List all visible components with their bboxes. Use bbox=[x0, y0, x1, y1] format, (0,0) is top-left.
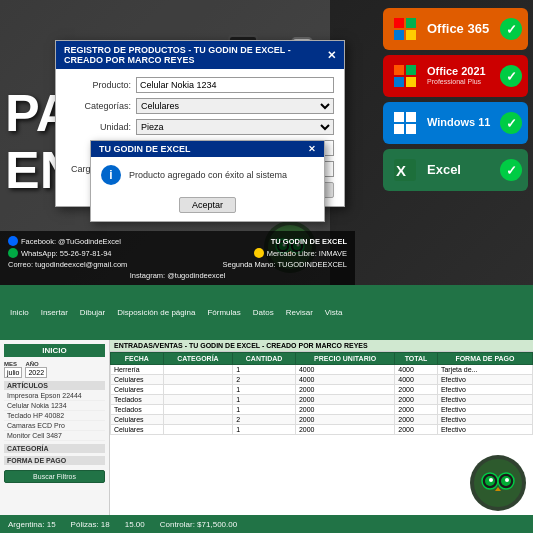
cell-0-3[interactable]: 4000 bbox=[295, 365, 394, 375]
cell-5-4[interactable]: 2000 bbox=[395, 415, 438, 425]
cell-3-5[interactable]: Efectivo bbox=[437, 395, 532, 405]
mercadolibre-text: Mercado Libre: INMAVE bbox=[267, 249, 347, 258]
badge-office2021: Office 2021 Professional Plus ✓ bbox=[383, 55, 528, 97]
office365-icon bbox=[391, 15, 419, 43]
cell-5-3[interactable]: 2000 bbox=[295, 415, 394, 425]
sidebar-section-pago: FORMA DE PAGO bbox=[4, 456, 105, 465]
office2021-icon bbox=[391, 62, 419, 90]
producto-label: Producto: bbox=[66, 80, 131, 90]
cell-2-5[interactable]: Efectivo bbox=[437, 385, 532, 395]
mercadolibre-icon bbox=[254, 248, 264, 258]
ano-value: 2022 bbox=[25, 367, 47, 378]
cell-1-5[interactable]: Efectivo bbox=[437, 375, 532, 385]
ribbon-tab-inicio[interactable]: Inicio bbox=[5, 306, 34, 319]
cell-0-2[interactable]: 1 bbox=[233, 365, 296, 375]
cell-2-4[interactable]: 2000 bbox=[395, 385, 438, 395]
office2021-label: Office 2021 bbox=[427, 65, 486, 78]
subdialog-title-text: TU GODIN DE EXCEL bbox=[99, 144, 191, 154]
mes-label: MES julio bbox=[4, 361, 22, 378]
cell-0-0[interactable]: Herrería bbox=[111, 365, 164, 375]
col-categoria: CATEGORÍA bbox=[163, 353, 233, 365]
svg-point-33 bbox=[505, 478, 509, 482]
correo-item: Correo: tugodindeexcel@gmail.com bbox=[8, 260, 127, 269]
cell-4-4[interactable]: 2000 bbox=[395, 405, 438, 415]
ribbon-tab-insertar[interactable]: Insertar bbox=[36, 306, 73, 319]
cell-4-2[interactable]: 1 bbox=[233, 405, 296, 415]
cell-4-0[interactable]: Teclados bbox=[111, 405, 164, 415]
table-row: Celulares120002000Efectivo bbox=[111, 425, 533, 435]
cell-1-0[interactable]: Celulares bbox=[111, 375, 164, 385]
cell-5-5[interactable]: Efectivo bbox=[437, 415, 532, 425]
data-table: FECHA CATEGORÍA CANTIDAD PRECIO UNITARIO… bbox=[110, 352, 533, 435]
cell-4-5[interactable]: Efectivo bbox=[437, 405, 532, 415]
cell-4-3[interactable]: 2000 bbox=[295, 405, 394, 415]
svg-text:X: X bbox=[396, 162, 406, 179]
cell-0-4[interactable]: 4000 bbox=[395, 365, 438, 375]
ribbon-tab-datos[interactable]: Datos bbox=[248, 306, 279, 319]
cell-6-3[interactable]: 2000 bbox=[295, 425, 394, 435]
cell-6-5[interactable]: Efectivo bbox=[437, 425, 532, 435]
windows11-check: ✓ bbox=[500, 112, 522, 134]
subdialog-close-button[interactable]: ✕ bbox=[308, 144, 316, 154]
cell-0-5[interactable]: Tarjeta de... bbox=[437, 365, 532, 375]
cell-6-4[interactable]: 2000 bbox=[395, 425, 438, 435]
social-row-3: Correo: tugodindeexcel@gmail.com Segunda… bbox=[8, 260, 347, 269]
confirmation-dialog: TU GODIN DE EXCEL ✕ i Producto agregado … bbox=[90, 140, 325, 222]
sidebar-section-categoria: CATEGORÍA bbox=[4, 444, 105, 453]
excel-label: Excel bbox=[427, 162, 461, 178]
svg-rect-13 bbox=[406, 18, 416, 28]
svg-rect-20 bbox=[394, 112, 404, 122]
table-row: Celulares240004000Efectivo bbox=[111, 375, 533, 385]
cell-6-1[interactable] bbox=[163, 425, 233, 435]
cell-5-2[interactable]: 2 bbox=[233, 415, 296, 425]
dialog-titlebar: REGISTRO DE PRODUCTOS - TU GODIN DE EXCE… bbox=[56, 41, 344, 69]
cell-2-2[interactable]: 1 bbox=[233, 385, 296, 395]
cell-6-2[interactable]: 1 bbox=[233, 425, 296, 435]
svg-rect-12 bbox=[394, 18, 404, 28]
cell-3-2[interactable]: 1 bbox=[233, 395, 296, 405]
cell-0-1[interactable] bbox=[163, 365, 233, 375]
buscar-filtros-button[interactable]: Buscar Filtros bbox=[4, 470, 105, 483]
categoria-row: Categorías: Celulares bbox=[66, 98, 334, 114]
instagram-text: Instagram: @tugodindeexcel bbox=[130, 271, 226, 280]
ribbon-tab-dibujar[interactable]: Dibujar bbox=[75, 306, 110, 319]
ribbon-tab-disposicion[interactable]: Disposición de página bbox=[112, 306, 200, 319]
unidad-row: Unidad: Pieza bbox=[66, 119, 334, 135]
cell-1-2[interactable]: 2 bbox=[233, 375, 296, 385]
cell-5-1[interactable] bbox=[163, 415, 233, 425]
cell-1-4[interactable]: 4000 bbox=[395, 375, 438, 385]
producto-input[interactable] bbox=[136, 77, 334, 93]
dialog-close-button[interactable]: ✕ bbox=[327, 49, 336, 62]
unidad-select[interactable]: Pieza bbox=[136, 119, 334, 135]
cell-6-0[interactable]: Celulares bbox=[111, 425, 164, 435]
social-row-1: Facebook: @TuGodindeExcel TU GODIN DE EX… bbox=[8, 236, 347, 246]
ribbon-tab-formulas[interactable]: Fórmulas bbox=[202, 306, 245, 319]
cell-1-3[interactable]: 4000 bbox=[295, 375, 394, 385]
col-fecha: FECHA bbox=[111, 353, 164, 365]
cell-3-3[interactable]: 2000 bbox=[295, 395, 394, 405]
cell-3-1[interactable] bbox=[163, 395, 233, 405]
cell-3-4[interactable]: 2000 bbox=[395, 395, 438, 405]
col-precio: PRECIO UNITARIO bbox=[295, 353, 394, 365]
office2021-sub: Professional Plus bbox=[427, 78, 486, 86]
categoria-select[interactable]: Celulares bbox=[136, 98, 334, 114]
cell-2-1[interactable] bbox=[163, 385, 233, 395]
mes-value: julio bbox=[4, 367, 22, 378]
svg-rect-15 bbox=[406, 30, 416, 40]
cell-3-0[interactable]: Teclados bbox=[111, 395, 164, 405]
ribbon-tab-vista[interactable]: Vista bbox=[320, 306, 348, 319]
cell-2-3[interactable]: 2000 bbox=[295, 385, 394, 395]
bottom-section: Inicio Insertar Dibujar Disposición de p… bbox=[0, 285, 533, 533]
excel-badge-icon: X bbox=[391, 156, 419, 184]
svg-rect-19 bbox=[406, 77, 416, 87]
badges-column: Office 365 ✓ Office 2021 Professional Pl… bbox=[383, 8, 528, 191]
instagram-row: Instagram: @tugodindeexcel bbox=[8, 271, 347, 280]
cell-1-1[interactable] bbox=[163, 375, 233, 385]
cell-5-0[interactable]: Celulares bbox=[111, 415, 164, 425]
ribbon-tab-revisar[interactable]: Revisar bbox=[281, 306, 318, 319]
cell-2-0[interactable]: Celulares bbox=[111, 385, 164, 395]
accept-button[interactable]: Aceptar bbox=[179, 197, 236, 213]
cell-4-1[interactable] bbox=[163, 405, 233, 415]
dialog-title-text: REGISTRO DE PRODUCTOS - TU GODIN DE EXCE… bbox=[64, 45, 327, 65]
svg-rect-17 bbox=[406, 65, 416, 75]
